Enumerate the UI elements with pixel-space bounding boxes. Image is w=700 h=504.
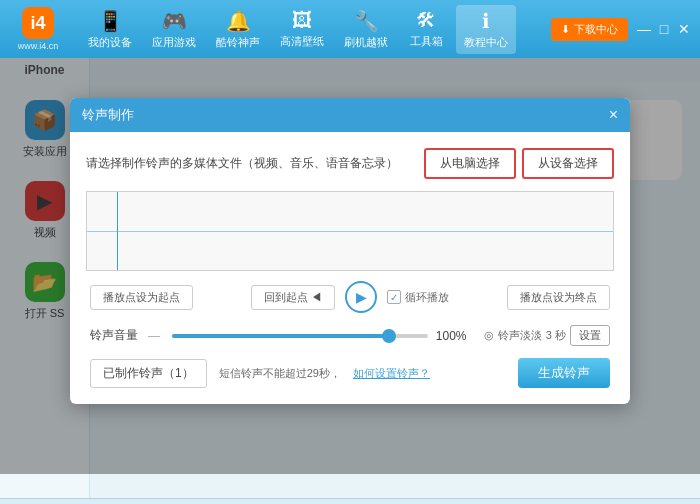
set-ringtone-button[interactable]: 设置 <box>570 325 610 346</box>
action-left: 已制作铃声（1） 短信铃声不能超过29秒， 如何设置铃声？ <box>90 359 430 388</box>
nav-tutorial[interactable]: ℹ 教程中心 <box>456 5 516 54</box>
bottombar: ☑ 禁止iTunes自动运行 版本号：7.11 检查更新 <box>0 498 700 504</box>
nav-tools-label: 工具箱 <box>410 34 443 49</box>
topbar: i4 www.i4.cn 📱 我的设备 🎮 应用游戏 🔔 酷铃神声 🖼 高清壁纸… <box>0 0 700 58</box>
volume-thumb <box>382 329 396 343</box>
ringtone-icon: 🔔 <box>226 9 251 33</box>
window-maximize-button[interactable]: □ <box>656 21 672 37</box>
ringtone-duration: ◎ 铃声淡淡 3 秒 设置 <box>484 325 610 346</box>
from-pc-button[interactable]: 从电脑选择 <box>424 148 516 179</box>
hint-text: 短信铃声不能超过29秒， <box>219 366 341 381</box>
window-controls: — □ ✕ <box>636 21 692 37</box>
nav-tutorial-label: 教程中心 <box>464 35 508 50</box>
waveform-cursor <box>117 192 118 270</box>
topbar-right: ⬇ 下载中心 — □ ✕ <box>551 18 692 41</box>
ringtone-dur-icon: ◎ <box>484 329 494 342</box>
my-device-icon: 📱 <box>98 9 123 33</box>
modal-overlay: 铃声制作 × 请选择制作铃声的多媒体文件（视频、音乐、语音备忘录） 从电脑选择 … <box>0 58 700 474</box>
nav-ringtone[interactable]: 🔔 酷铃神声 <box>208 5 268 54</box>
nav-my-device-label: 我的设备 <box>88 35 132 50</box>
from-device-button[interactable]: 从设备选择 <box>522 148 614 179</box>
window-minimize-button[interactable]: — <box>636 21 652 37</box>
jailbreak-icon: 🔧 <box>354 9 379 33</box>
logo-icon: i4 <box>22 7 54 39</box>
nav-tools[interactable]: 🛠 工具箱 <box>400 5 452 53</box>
volume-dash: — <box>148 329 160 343</box>
set-start-button[interactable]: 播放点设为起点 <box>90 285 193 310</box>
return-start-button[interactable]: 回到起点 ◀ <box>251 285 335 310</box>
play-center: 回到起点 ◀ ▶ ✓ 循环播放 <box>251 281 449 313</box>
nav-ringtone-label: 酷铃神声 <box>216 35 260 50</box>
modal-header: 铃声制作 × <box>70 98 630 132</box>
nav-jailbreak[interactable]: 🔧 刷机越狱 <box>336 5 396 54</box>
nav-wallpaper-label: 高清壁纸 <box>280 34 324 49</box>
nav-app-games[interactable]: 🎮 应用游戏 <box>144 5 204 54</box>
made-count-button[interactable]: 已制作铃声（1） <box>90 359 207 388</box>
volume-percent: 100% <box>436 329 476 343</box>
modal-close-button[interactable]: × <box>609 107 618 123</box>
action-row: 已制作铃声（1） 短信铃声不能超过29秒， 如何设置铃声？ 生成铃声 <box>86 358 614 388</box>
modal-title: 铃声制作 <box>82 106 134 124</box>
volume-slider[interactable] <box>172 334 428 338</box>
volume-label: 铃声音量 <box>90 327 140 344</box>
app-games-icon: 🎮 <box>162 9 187 33</box>
modal-body: 请选择制作铃声的多媒体文件（视频、音乐、语音备忘录） 从电脑选择 从设备选择 播… <box>70 132 630 404</box>
download-icon: ⬇ <box>561 23 570 36</box>
nav-jailbreak-label: 刷机越狱 <box>344 35 388 50</box>
nav-my-device[interactable]: 📱 我的设备 <box>80 5 140 54</box>
playback-row: 播放点设为起点 回到起点 ◀ ▶ ✓ 循环播放 播放点设为终点 <box>86 281 614 313</box>
nav-wallpaper[interactable]: 🖼 高清壁纸 <box>272 5 332 53</box>
loop-checkbox-row[interactable]: ✓ 循环播放 <box>387 290 449 305</box>
app-logo: i4 www.i4.cn <box>8 7 68 51</box>
ringtone-modal: 铃声制作 × 请选择制作铃声的多媒体文件（视频、音乐、语音备忘录） 从电脑选择 … <box>70 98 630 404</box>
logo-url: www.i4.cn <box>18 41 59 51</box>
nav-app-games-label: 应用游戏 <box>152 35 196 50</box>
ringtone-dur-label: 铃声淡淡 <box>498 328 542 343</box>
play-button[interactable]: ▶ <box>345 281 377 313</box>
waveform-line <box>87 231 613 232</box>
volume-row: 铃声音量 — 100% ◎ 铃声淡淡 3 秒 设置 <box>86 325 614 346</box>
volume-fill <box>172 334 389 338</box>
generate-button[interactable]: 生成铃声 <box>518 358 610 388</box>
window-close-button[interactable]: ✕ <box>676 21 692 37</box>
tutorial-icon: ℹ <box>482 9 490 33</box>
download-center-button[interactable]: ⬇ 下载中心 <box>551 18 628 41</box>
wallpaper-icon: 🖼 <box>292 9 312 32</box>
loop-check-icon: ✓ <box>387 290 401 304</box>
modal-btn-group: 从电脑选择 从设备选择 <box>424 148 614 179</box>
modal-top-row: 请选择制作铃声的多媒体文件（视频、音乐、语音备忘录） 从电脑选择 从设备选择 <box>86 148 614 179</box>
hint-link[interactable]: 如何设置铃声？ <box>353 366 430 381</box>
ringtone-sec: 3 秒 <box>546 328 566 343</box>
tools-icon: 🛠 <box>416 9 436 32</box>
modal-description: 请选择制作铃声的多媒体文件（视频、音乐、语音备忘录） <box>86 155 424 172</box>
loop-label: 循环播放 <box>405 290 449 305</box>
download-center-label: 下载中心 <box>574 22 618 37</box>
waveform-area <box>86 191 614 271</box>
set-end-button[interactable]: 播放点设为终点 <box>507 285 610 310</box>
